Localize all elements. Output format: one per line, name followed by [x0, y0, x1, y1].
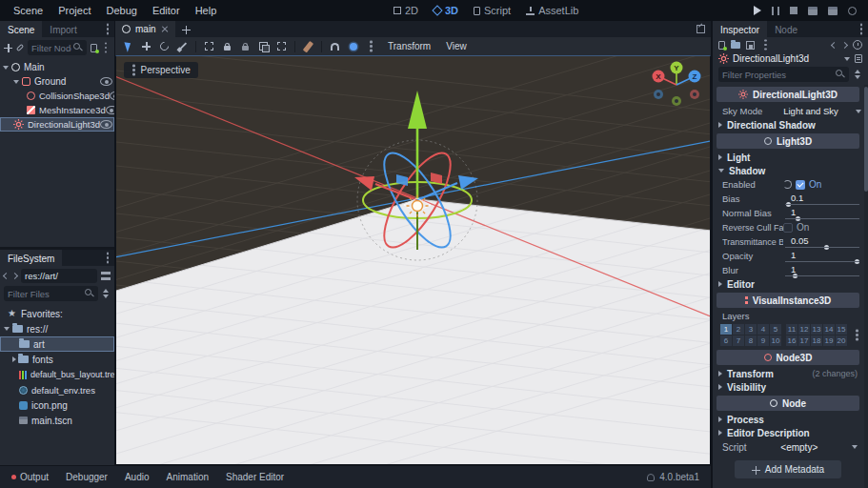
- menu-debug[interactable]: Debug: [98, 5, 144, 16]
- preview-sun-toggle[interactable]: [345, 39, 361, 53]
- lock-button[interactable]: [219, 39, 235, 53]
- file-row-res[interactable]: res://: [0, 321, 114, 336]
- inspector-scrollbar[interactable]: [864, 85, 868, 488]
- file-row-main-tscn[interactable]: main.tscn: [0, 413, 114, 428]
- edited-node-name[interactable]: DirectionalLight3d: [718, 53, 850, 64]
- animation-button[interactable]: Animation: [167, 472, 209, 482]
- distraction-free-icon[interactable]: [696, 25, 705, 33]
- opacity-slider[interactable]: 1: [783, 250, 861, 263]
- layer-cell[interactable]: 14: [823, 324, 835, 335]
- shadow-enabled-checkbox[interactable]: [796, 180, 805, 190]
- shader-editor-button[interactable]: Shader Editor: [226, 472, 284, 482]
- transmittance-bias-slider[interactable]: 0.05: [783, 235, 861, 249]
- new-scene-tab-button[interactable]: [175, 21, 196, 37]
- workspace-script[interactable]: Script: [474, 5, 511, 16]
- reverse-cull-checkbox[interactable]: [783, 223, 793, 233]
- scene-tab-main[interactable]: main: [115, 21, 175, 37]
- filter-files-input[interactable]: [8, 289, 83, 299]
- play-scene-button[interactable]: [808, 7, 818, 15]
- tab-import[interactable]: Import: [42, 21, 84, 37]
- group-directional-shadow[interactable]: Directional Shadow: [713, 118, 863, 132]
- stop-button[interactable]: [790, 7, 797, 14]
- filter-properties-input[interactable]: [722, 70, 834, 80]
- layer-cell[interactable]: 2: [733, 324, 744, 335]
- audio-button[interactable]: Audio: [125, 472, 150, 482]
- group-editor[interactable]: Editor: [713, 277, 863, 291]
- tab-scene[interactable]: Scene: [0, 21, 42, 37]
- back-icon[interactable]: [3, 273, 10, 279]
- blur-slider[interactable]: 1: [783, 264, 861, 277]
- group-editor-description[interactable]: Editor Description: [713, 426, 863, 439]
- file-row-default-env[interactable]: default_env.tres: [0, 382, 114, 397]
- move-tool[interactable]: [138, 39, 154, 53]
- workspace-3d[interactable]: 3D: [434, 5, 458, 16]
- tree-node-directionallight[interactable]: DirectionalLight3d: [0, 117, 114, 132]
- history-icon[interactable]: [853, 40, 862, 50]
- layer-cell[interactable]: 7: [733, 336, 744, 346]
- layer-cell[interactable]: 20: [836, 336, 847, 346]
- scale-tool[interactable]: [174, 39, 191, 53]
- debugger-button[interactable]: Debugger: [66, 472, 108, 482]
- layer-cell[interactable]: 6: [720, 336, 732, 346]
- tree-node-ground[interactable]: Ground: [0, 74, 114, 89]
- layer-cell[interactable]: 17: [798, 336, 810, 346]
- visibility-eye-icon[interactable]: [100, 120, 112, 129]
- layer-cell[interactable]: 4: [757, 324, 769, 335]
- file-row-icon-png[interactable]: icon.png: [0, 397, 114, 413]
- unlock-button[interactable]: [237, 39, 253, 53]
- filter-nodes-input[interactable]: [31, 43, 71, 53]
- visibility-eye-icon[interactable]: [110, 92, 114, 100]
- layer-cell[interactable]: 18: [811, 336, 822, 346]
- sky-mode-dropdown[interactable]: Light and Sky: [770, 106, 861, 116]
- group-button[interactable]: [255, 39, 272, 53]
- tree-node-main[interactable]: Main: [0, 60, 114, 74]
- menu-help[interactable]: Help: [188, 5, 225, 16]
- attach-script-button[interactable]: [91, 44, 97, 52]
- scene-tree-menu-icon[interactable]: [105, 47, 108, 50]
- 3d-viewport[interactable]: Y X Z Perspective: [115, 55, 711, 465]
- file-row-art[interactable]: art: [0, 336, 114, 352]
- layer-cell[interactable]: 11: [786, 324, 797, 335]
- layer-cell[interactable]: 19: [823, 336, 835, 346]
- filesystem-menu-icon[interactable]: [107, 256, 110, 259]
- load-resource-button[interactable]: [731, 42, 740, 49]
- menu-view[interactable]: View: [439, 41, 474, 51]
- new-resource-button[interactable]: [718, 41, 725, 50]
- ungroup-button[interactable]: [273, 39, 290, 53]
- play-button[interactable]: [754, 6, 761, 15]
- open-docs-icon[interactable]: [855, 54, 862, 63]
- split-mode-icon[interactable]: [101, 272, 111, 280]
- tree-node-meshinstance[interactable]: MeshInstance3d: [0, 103, 114, 117]
- visibility-eye-icon[interactable]: [106, 106, 114, 114]
- select-tool[interactable]: [120, 39, 136, 53]
- menu-transform[interactable]: Transform: [381, 41, 437, 51]
- layer-cell[interactable]: 15: [836, 324, 847, 335]
- layer-cell[interactable]: 5: [770, 324, 781, 335]
- sun-environment-menu-icon[interactable]: [363, 39, 379, 53]
- tab-filesystem[interactable]: FileSystem: [0, 250, 62, 266]
- layer-cell[interactable]: 3: [745, 324, 757, 335]
- collapse-icon[interactable]: [13, 80, 19, 84]
- workspace-assetlib[interactable]: AssetLib: [526, 5, 578, 16]
- layer-cell[interactable]: 8: [745, 336, 757, 346]
- play-custom-scene-button[interactable]: [828, 7, 838, 15]
- save-resource-button[interactable]: [746, 41, 755, 50]
- tab-node[interactable]: Node: [767, 21, 805, 37]
- visibility-eye-icon[interactable]: [100, 77, 112, 86]
- layer-cell[interactable]: 16: [786, 336, 797, 346]
- sort-files-icon[interactable]: [102, 289, 111, 298]
- expand-sections-icon[interactable]: [854, 70, 862, 79]
- rotate-tool[interactable]: [156, 39, 172, 53]
- file-row-fonts[interactable]: fonts: [0, 352, 114, 367]
- layer-cell[interactable]: 12: [798, 324, 810, 335]
- add-metadata-button[interactable]: Add Metadata: [735, 460, 841, 478]
- group-light[interactable]: Light: [713, 151, 863, 164]
- favorites-header[interactable]: Favorites:: [0, 306, 114, 321]
- layers-menu-icon[interactable]: [856, 334, 858, 336]
- revert-icon[interactable]: [783, 180, 792, 189]
- instance-scene-button[interactable]: [16, 44, 24, 51]
- resource-menu-icon[interactable]: [764, 44, 767, 47]
- collapse-icon[interactable]: [4, 327, 10, 331]
- add-node-button[interactable]: [4, 44, 12, 52]
- pause-button[interactable]: [772, 7, 779, 15]
